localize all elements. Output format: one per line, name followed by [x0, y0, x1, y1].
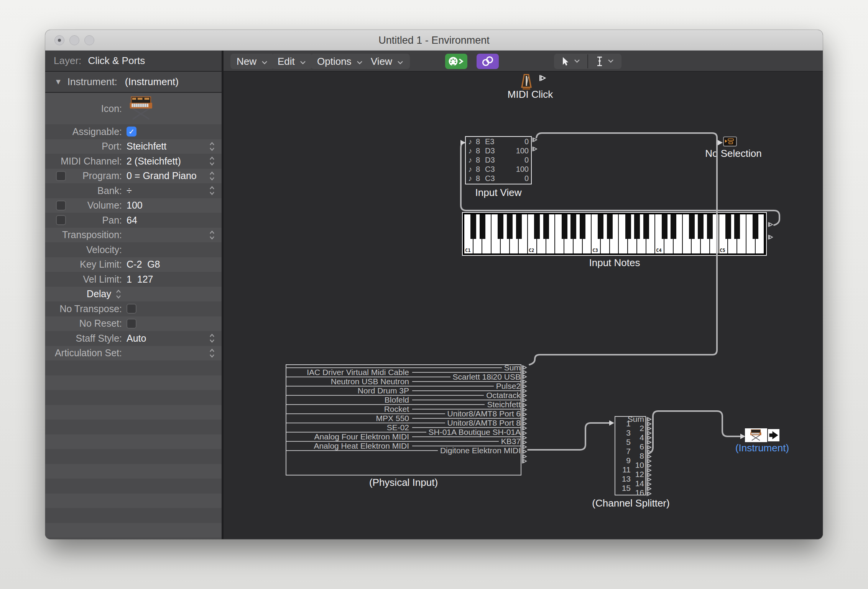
- black-key[interactable]: [480, 214, 485, 239]
- output-pin[interactable]: [532, 137, 538, 145]
- black-key[interactable]: [534, 214, 540, 239]
- black-key[interactable]: [753, 214, 758, 239]
- instrument-label[interactable]: (Instrument): [722, 442, 802, 454]
- text-tool[interactable]: [588, 54, 621, 69]
- output-pin[interactable]: [522, 426, 527, 430]
- disclosure-triangle-icon[interactable]: ▼: [54, 77, 62, 86]
- output-pin[interactable]: [522, 416, 527, 421]
- output-pin[interactable]: [522, 435, 527, 440]
- output-pin[interactable]: [522, 454, 527, 459]
- inspector-row-pan[interactable]: Pan:64: [45, 213, 222, 228]
- stepper-control[interactable]: [209, 155, 215, 167]
- output-pin[interactable]: [646, 435, 652, 440]
- output-pin[interactable]: [646, 421, 652, 426]
- row-value[interactable]: ÷: [127, 185, 132, 196]
- row-value[interactable]: 100: [127, 200, 143, 211]
- midi-click-outlet-pin[interactable]: [539, 75, 546, 83]
- output-pin[interactable]: [646, 454, 652, 459]
- output-pin[interactable]: [522, 384, 527, 388]
- channel-splitter-object[interactable]: Sum12345678910111213141516: [615, 416, 646, 495]
- stepper-control[interactable]: [209, 141, 215, 152]
- output-pin[interactable]: [522, 449, 527, 454]
- metronome-icon[interactable]: [519, 74, 534, 90]
- inspector-row-staff-style[interactable]: Staff Style:Auto: [45, 331, 222, 346]
- inspector-row-assignable[interactable]: Assignable:✓: [45, 124, 222, 139]
- inspector-row-delay[interactable]: Delay: [45, 287, 222, 302]
- inspector-row-articulation-set[interactable]: Articulation Set:: [45, 346, 222, 361]
- menu-options[interactable]: Options: [311, 54, 369, 69]
- physical-input-label[interactable]: (Physical Input): [286, 477, 521, 489]
- output-pin[interactable]: [522, 374, 527, 379]
- midi-port-digitone-elektron-midi[interactable]: Digitone Elektron MIDI: [286, 446, 521, 455]
- inspector-row-key-limit[interactable]: Key Limit:C-2 G8: [45, 257, 222, 272]
- output-pin[interactable]: [522, 412, 527, 416]
- checkbox[interactable]: [127, 304, 136, 314]
- output-pin[interactable]: [522, 388, 527, 393]
- black-key[interactable]: [516, 214, 522, 239]
- black-key[interactable]: [570, 214, 576, 239]
- inspector-row-vel-limit[interactable]: Vel Limit:1 127: [45, 272, 222, 287]
- output-pin[interactable]: [646, 463, 652, 468]
- inspector-row-transposition[interactable]: Transposition:: [45, 228, 222, 243]
- input-view-monitor[interactable]: ♪8E30♪8D3100♪8D30♪8C3100♪8C30: [465, 136, 532, 184]
- output-pin[interactable]: [768, 235, 773, 244]
- output-pin[interactable]: [646, 468, 652, 472]
- black-key[interactable]: [698, 214, 704, 239]
- black-key[interactable]: [507, 214, 513, 239]
- row-value[interactable]: 0 = Grand Piano: [127, 170, 197, 181]
- input-view-label[interactable]: Input View: [465, 187, 532, 199]
- stepper-control[interactable]: [209, 332, 215, 344]
- splitter-channel-8[interactable]: 8: [639, 452, 644, 460]
- black-key[interactable]: [607, 214, 613, 239]
- zoom-button[interactable]: [84, 35, 94, 45]
- midi-thru-button[interactable]: [445, 54, 467, 69]
- row-value[interactable]: Steichfett: [127, 141, 166, 152]
- input-notes-keyboard[interactable]: C1C2C3C4C5: [462, 212, 767, 256]
- output-pin[interactable]: [768, 222, 773, 231]
- row-value[interactable]: 2 (Steichfett): [127, 156, 181, 167]
- minimize-button[interactable]: [69, 35, 79, 45]
- channel-splitter-label[interactable]: (Channel Splitter): [590, 497, 672, 509]
- stepper-control[interactable]: [209, 229, 215, 241]
- instrument-outlet-icon[interactable]: [768, 429, 779, 441]
- black-key[interactable]: [598, 214, 603, 239]
- black-key[interactable]: [498, 214, 503, 239]
- output-pin[interactable]: [522, 421, 527, 426]
- splitter-channel-6[interactable]: 6: [639, 443, 644, 451]
- splitter-channel-14[interactable]: 14: [635, 479, 644, 488]
- row-value[interactable]: Auto: [127, 333, 146, 344]
- inspector-row-port[interactable]: Port:Steichfett: [45, 139, 222, 154]
- output-pin[interactable]: [522, 379, 527, 384]
- output-pin[interactable]: [646, 491, 652, 496]
- checkbox[interactable]: [56, 215, 66, 225]
- inspector-row-program[interactable]: Program:0 = Grand Piano: [45, 169, 222, 184]
- output-pin[interactable]: [522, 393, 527, 398]
- black-key[interactable]: [625, 214, 631, 239]
- black-key[interactable]: [671, 214, 676, 239]
- black-key[interactable]: [662, 214, 667, 239]
- splitter-channel-10[interactable]: 10: [635, 461, 644, 469]
- output-pin[interactable]: [646, 449, 652, 454]
- menu-view[interactable]: View: [365, 54, 410, 69]
- row-value[interactable]: 64: [127, 215, 137, 226]
- midi-click-label[interactable]: MIDI Click: [501, 89, 559, 100]
- black-key[interactable]: [543, 214, 549, 239]
- output-pin[interactable]: [646, 431, 652, 435]
- inspector-row-no-transpose[interactable]: No Transpose:: [45, 301, 222, 316]
- inspector-row-volume[interactable]: Volume:100: [45, 198, 222, 213]
- output-pin[interactable]: [646, 472, 652, 477]
- splitter-channel-16[interactable]: 16: [635, 489, 644, 497]
- black-key[interactable]: [580, 214, 585, 239]
- output-pin[interactable]: [646, 440, 652, 444]
- output-pin[interactable]: [522, 444, 527, 449]
- splitter-channel-1[interactable]: 1: [615, 420, 631, 428]
- titlebar[interactable]: Untitled 1 - Environment: [45, 30, 823, 51]
- menu-new[interactable]: New: [230, 54, 274, 69]
- inspector-row-bank[interactable]: Bank:÷: [45, 183, 222, 198]
- splitter-channel-4[interactable]: 4: [639, 433, 644, 442]
- row-value[interactable]: 1 127: [127, 274, 153, 285]
- black-key[interactable]: [634, 214, 640, 239]
- output-pin[interactable]: [646, 477, 652, 482]
- inspector-header[interactable]: ▼ Instrument: (Instrument): [45, 72, 222, 93]
- splitter-channel-13[interactable]: 13: [615, 475, 631, 483]
